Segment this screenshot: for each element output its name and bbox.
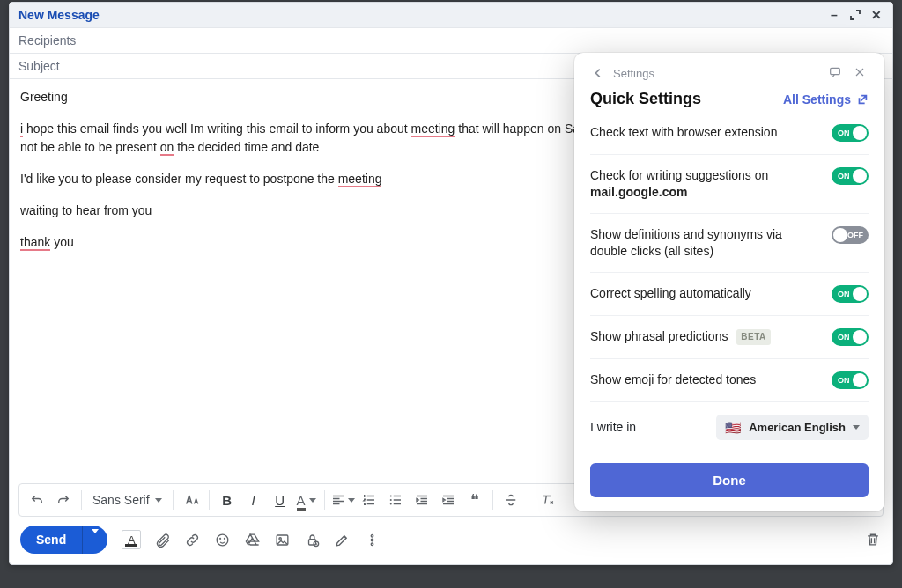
underline-button[interactable]: U — [268, 488, 292, 512]
discard-draft-button[interactable] — [864, 531, 882, 548]
external-link-icon — [856, 93, 869, 106]
insert-drive-button[interactable] — [243, 531, 261, 548]
setting-label: Check text with browser extension — [590, 124, 777, 141]
settings-header-label: Settings — [613, 67, 654, 80]
setting-label: Check for writing suggestions on mail.go… — [590, 167, 793, 201]
svg-point-0 — [389, 496, 391, 497]
strikethrough-button[interactable] — [499, 488, 523, 512]
done-button[interactable]: Done — [590, 463, 869, 497]
compose-titlebar: New Message – ✕ — [10, 3, 892, 28]
feedback-icon[interactable] — [828, 65, 844, 81]
font-family-label: Sans Serif — [92, 493, 150, 507]
confidential-mode-button[interactable] — [303, 531, 321, 548]
font-family-dropdown[interactable]: Sans Serif — [87, 488, 167, 512]
quick-settings-popover: Settings Quick Settings All Settings Che… — [574, 53, 884, 511]
setting-toggle[interactable]: ON — [832, 285, 869, 303]
send-options-button[interactable] — [82, 526, 107, 554]
italic-button[interactable]: I — [241, 488, 266, 512]
quote-button[interactable]: ❝ — [462, 488, 487, 512]
setting-toggle[interactable]: ON — [832, 124, 869, 142]
insert-emoji-button[interactable] — [213, 531, 231, 548]
attach-file-button[interactable] — [153, 531, 171, 548]
redo-button[interactable] — [51, 488, 76, 512]
svg-point-7 — [279, 537, 281, 539]
close-popover-button[interactable] — [853, 65, 869, 81]
setting-label: Show emoji for detected tones — [590, 371, 756, 388]
compose-actions: Send A — [10, 517, 892, 564]
indent-less-button[interactable] — [410, 488, 434, 512]
setting-label: Show definitions and synonyms via double… — [590, 226, 793, 260]
svg-point-10 — [371, 534, 373, 537]
svg-rect-13 — [831, 68, 840, 74]
undo-button[interactable] — [25, 488, 49, 512]
chevron-down-icon — [92, 529, 99, 547]
align-button[interactable] — [330, 488, 355, 512]
setting-label: Show phrasal predictions BETA — [590, 328, 771, 345]
setting-row: Show definitions and synonyms via double… — [590, 213, 869, 272]
language-label: I write in — [590, 420, 636, 434]
insert-photo-button[interactable] — [273, 531, 291, 548]
insert-link-button[interactable] — [183, 531, 201, 548]
indent-more-button[interactable] — [436, 488, 461, 512]
chevron-down-icon — [853, 425, 860, 430]
setting-row: Correct spelling automaticallyON — [590, 272, 869, 315]
insert-signature-button[interactable] — [333, 531, 351, 548]
setting-toggle[interactable]: ON — [832, 371, 869, 389]
compose-title: New Message — [18, 8, 100, 22]
all-settings-link[interactable]: All Settings — [783, 92, 869, 107]
setting-row: Check for writing suggestions on mail.go… — [590, 154, 869, 213]
quick-settings-title: Quick Settings — [590, 90, 701, 108]
settings-back-button[interactable] — [590, 65, 606, 81]
formatting-toggle-button[interactable]: A — [122, 530, 141, 549]
bulleted-list-button[interactable] — [383, 488, 408, 512]
minimize-button[interactable]: – — [827, 8, 841, 22]
setting-toggle[interactable]: ON — [832, 328, 869, 346]
svg-point-12 — [371, 542, 373, 545]
svg-point-2 — [389, 503, 391, 505]
numbered-list-button[interactable] — [357, 488, 381, 512]
fullscreen-button[interactable] — [848, 8, 862, 22]
setting-row: Check text with browser extensionON — [590, 115, 869, 154]
clear-formatting-button[interactable] — [535, 488, 559, 512]
language-dropdown[interactable]: 🇺🇸 American English — [716, 415, 869, 440]
svg-point-4 — [219, 538, 220, 539]
svg-point-11 — [371, 539, 373, 541]
text-color-button[interactable]: A — [294, 488, 319, 512]
svg-point-3 — [217, 534, 228, 546]
send-button[interactable]: Send — [20, 526, 82, 554]
more-options-button[interactable] — [363, 531, 381, 548]
font-size-button[interactable] — [179, 488, 203, 512]
setting-label: Correct spelling automatically — [590, 285, 751, 302]
chevron-down-icon — [155, 498, 162, 503]
close-button[interactable]: ✕ — [869, 8, 884, 22]
language-value: American English — [749, 421, 846, 434]
setting-toggle[interactable]: OFF — [832, 226, 869, 244]
recipients-field[interactable]: Recipients — [10, 28, 892, 54]
setting-toggle[interactable]: ON — [832, 167, 869, 185]
setting-row: Show emoji for detected tonesON — [590, 358, 869, 401]
flag-us-icon: 🇺🇸 — [725, 421, 742, 434]
svg-point-1 — [389, 499, 391, 501]
setting-row: Show phrasal predictions BETAON — [590, 315, 869, 358]
bold-button[interactable]: B — [215, 488, 240, 512]
svg-point-5 — [224, 538, 225, 539]
